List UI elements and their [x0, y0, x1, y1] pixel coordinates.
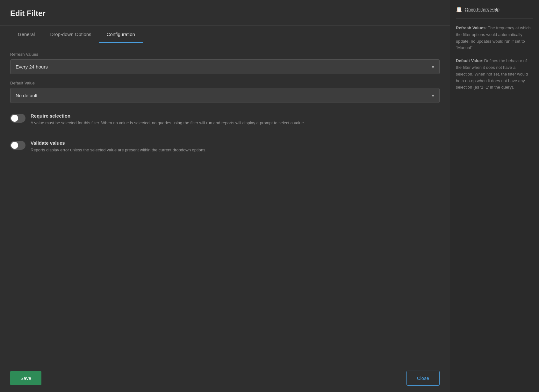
content-area: Refresh Values Manual Every hour Every 6…: [0, 43, 450, 364]
validate-values-desc: Reports display error unless the selecte…: [31, 147, 440, 153]
default-value-help: Default Value: Defines the behavior of t…: [456, 58, 533, 91]
require-selection-track: [10, 114, 25, 123]
sidebar: 📋 Open Filters Help Refresh Values: The …: [450, 0, 539, 392]
validate-values-track: [10, 141, 25, 150]
require-selection-text: Require selection A value must be select…: [31, 113, 440, 126]
default-value-wrapper: No default ▼: [10, 88, 440, 103]
default-value-label: Default Value: [10, 81, 440, 85]
tabs-bar: General Drop-down Options Configuration: [0, 26, 450, 43]
require-selection-row: Require selection A value must be select…: [10, 109, 440, 130]
help-link-label: Open Filters Help: [465, 7, 499, 12]
tab-configuration[interactable]: Configuration: [99, 26, 143, 43]
validate-values-title: Validate values: [31, 140, 440, 146]
default-value-select[interactable]: No default: [10, 88, 440, 103]
footer: Save Close: [0, 364, 450, 392]
refresh-values-wrapper: Manual Every hour Every 6 hours Every 12…: [10, 59, 440, 74]
refresh-values-label: Refresh Values: [10, 52, 440, 57]
refresh-values-help-title: Refresh Values: [456, 25, 485, 30]
default-value-group: Default Value No default ▼: [10, 81, 440, 103]
validate-values-row: Validate values Reports display error un…: [10, 136, 440, 157]
refresh-values-select[interactable]: Manual Every hour Every 6 hours Every 12…: [10, 59, 440, 74]
default-value-help-title: Default Value: [456, 58, 482, 63]
tab-dropdown-options[interactable]: Drop-down Options: [42, 26, 99, 43]
help-icon: 📋: [456, 6, 462, 12]
require-selection-desc: A value must be selected for this filter…: [31, 120, 440, 126]
close-button[interactable]: Close: [406, 371, 440, 386]
tab-general[interactable]: General: [10, 26, 42, 43]
validate-values-text: Validate values Reports display error un…: [31, 140, 440, 153]
require-selection-title: Require selection: [31, 113, 440, 119]
save-button[interactable]: Save: [10, 371, 41, 385]
header: Edit Filter: [0, 0, 450, 26]
open-filters-help-link[interactable]: 📋 Open Filters Help: [456, 6, 533, 18]
validate-values-toggle[interactable]: [10, 141, 25, 150]
refresh-values-help: Refresh Values: The frequency at which t…: [456, 25, 533, 51]
main-panel: Edit Filter General Drop-down Options Co…: [0, 0, 450, 392]
require-selection-toggle[interactable]: [10, 114, 25, 123]
refresh-values-group: Refresh Values Manual Every hour Every 6…: [10, 52, 440, 74]
page-title: Edit Filter: [10, 9, 440, 18]
